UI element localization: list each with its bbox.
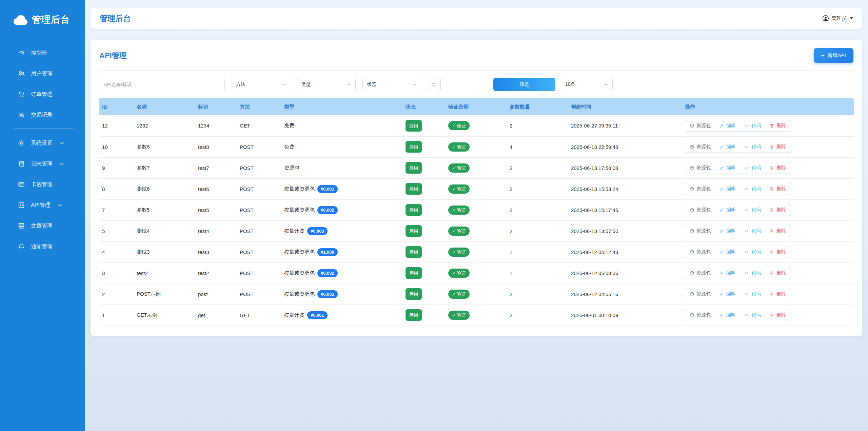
edit-button[interactable]: 编辑 [715,288,740,300]
status-badge: 启用 [406,162,422,174]
cell-created: 2025-06-12 05:08:06 [568,262,682,283]
type-select[interactable]: 类型 [297,78,356,91]
cell-actions: 资源包 编辑 代码 删除 [682,136,854,157]
cell-type: 按量计费 ¥0.003 [281,220,402,241]
status-badge: 启用 [406,309,422,321]
sidebar-item-article[interactable]: 文章管理 [0,218,85,233]
user-menu[interactable]: 管理员 [822,15,853,22]
delete-button[interactable]: 删除 [765,162,790,174]
resource-package-button[interactable]: 资源包 [685,183,715,195]
edit-button[interactable]: 编辑 [715,267,740,279]
sidebar-item-gear[interactable]: 系统设置 [0,136,85,151]
resource-package-button[interactable]: 资源包 [685,309,715,321]
cell-slug: post [195,283,236,305]
sidebar-item-card[interactable]: 卡密管理 [0,177,85,192]
sidebar-item-users[interactable]: 用户管理 [0,66,85,81]
card-icon [18,181,25,188]
cell-status: 启用 [402,220,445,241]
code-button[interactable]: 代码 [740,225,765,237]
sidebar-item-transaction[interactable]: 交易记录 [0,107,85,122]
table-row: 10 参数8 test8 POST 免费 启用 ✓ 验证 4 2025-06-1… [99,136,854,157]
edit-button[interactable]: 编辑 [715,120,740,132]
content-card: API管理 + 新增API 方法 类型 状态 [91,40,862,336]
log-icon [18,160,25,168]
resource-package-button[interactable]: 资源包 [685,288,715,300]
edit-button[interactable]: 编辑 [715,246,740,258]
cell-verify: ✓ 验证 [445,283,506,305]
edit-button[interactable]: 编辑 [715,309,740,321]
search-input[interactable] [99,78,225,91]
code-button[interactable]: 代码 [740,288,765,300]
delete-button[interactable]: 删除 [765,183,790,195]
resource-package-button[interactable]: 资源包 [685,225,715,237]
chevron-down-icon [59,141,64,146]
cell-params: 2 [506,157,568,178]
code-button[interactable]: 代码 [740,204,765,216]
cell-type: 按量或资源包 ¥0.001 [281,178,402,199]
delete-button[interactable]: 删除 [765,267,790,279]
edit-button[interactable]: 编辑 [715,162,740,174]
delete-button[interactable]: 删除 [765,141,790,153]
cell-method: POST [236,283,281,305]
col-slug: 标识 [195,98,236,115]
code-button[interactable]: 代码 [740,162,765,174]
resource-package-button[interactable]: 资源包 [685,120,715,132]
col-method: 方法 [236,98,281,115]
cube-icon [689,187,694,192]
delete-button[interactable]: 删除 [765,120,790,132]
code-button[interactable]: 代码 [740,246,765,258]
add-api-button[interactable]: + 新增API [814,48,853,63]
sidebar-item-log[interactable]: 日志管理 [0,156,85,171]
cell-status: 启用 [402,157,445,178]
status-badge: 启用 [406,204,422,216]
col-type: 类型 [281,98,402,115]
cell-name: test2 [133,262,195,283]
status-select[interactable]: 状态 [362,78,421,91]
sidebar-item-api[interactable]: API管理 [0,198,85,213]
delete-button[interactable]: 删除 [765,204,790,216]
code-icon [744,144,749,150]
sidebar-item-cart[interactable]: 订单管理 [0,87,85,102]
price-badge: ¥0.001 [317,290,338,298]
price-badge: ¥0.002 [317,206,338,214]
cell-type: 按量或资源包 ¥0.002 [281,199,402,220]
delete-button[interactable]: 删除 [765,225,790,237]
code-button[interactable]: 代码 [740,183,765,195]
filter-button[interactable]: 筛选 [493,78,555,91]
method-select[interactable]: 方法 [232,78,290,91]
delete-button[interactable]: 删除 [765,246,790,258]
resource-package-button[interactable]: 资源包 [685,141,715,153]
col-params: 参数数量 [506,98,568,115]
code-button[interactable]: 代码 [740,309,765,321]
cube-icon [689,229,694,234]
code-button[interactable]: 代码 [740,141,765,153]
delete-button[interactable]: 删除 [765,309,790,321]
edit-button[interactable]: 编辑 [715,183,740,195]
pencil-icon [719,208,724,213]
cell-params: 1 [506,241,568,262]
resource-package-button[interactable]: 资源包 [685,267,715,279]
resource-package-button[interactable]: 资源包 [685,162,715,174]
refresh-button[interactable] [426,78,441,91]
col-status: 状态 [402,98,445,115]
refresh-icon [431,82,436,87]
resource-package-button[interactable]: 资源包 [685,204,715,216]
edit-button[interactable]: 编辑 [715,204,740,216]
page-size-select[interactable]: 10条 [561,78,613,91]
sidebar-item-dashboard[interactable]: 控制台 [0,45,85,60]
cube-icon [689,208,694,213]
topbar: 管理后台 管理员 [91,8,862,29]
caret-down-icon [850,17,853,19]
code-button[interactable]: 代码 [740,120,765,132]
sidebar-item-bell[interactable]: 通知管理 [0,239,85,254]
pencil-icon [719,250,724,255]
cell-slug: get [195,305,236,326]
edit-button[interactable]: 编辑 [715,141,740,153]
resource-package-button[interactable]: 资源包 [685,246,715,258]
table-row: 3 test2 test2 POST 按量或资源包 ¥0.002 启用 ✓ 验证… [99,262,854,283]
delete-button[interactable]: 删除 [765,288,790,300]
code-icon [744,208,749,213]
edit-button[interactable]: 编辑 [715,225,740,237]
code-button[interactable]: 代码 [740,267,765,279]
cell-type: 按量或资源包 ¥0.002 [281,262,402,283]
